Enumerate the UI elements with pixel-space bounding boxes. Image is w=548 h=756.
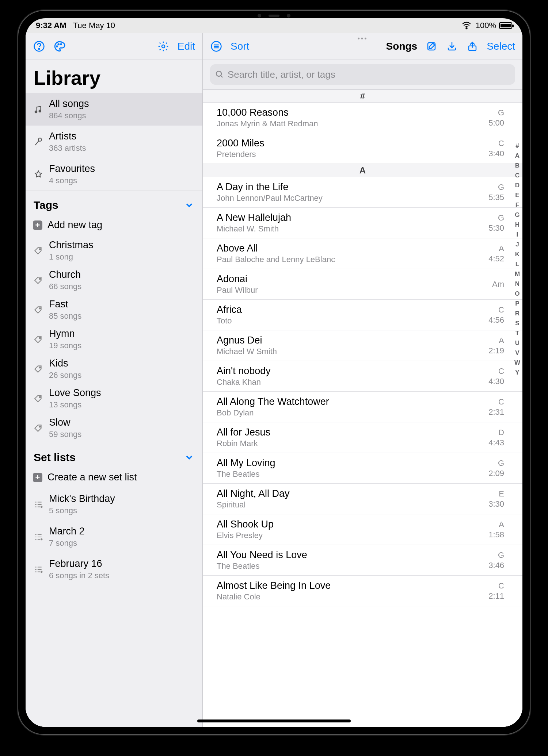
tag-icon xyxy=(33,393,44,404)
setlists-header-row[interactable]: Set lists xyxy=(26,443,202,467)
song-row[interactable]: All You Need is Love The Beatles G3:46 xyxy=(203,545,522,576)
song-artist: Jonas Myrin & Matt Redman xyxy=(217,119,484,128)
index-letter[interactable]: T xyxy=(515,330,519,337)
song-row[interactable]: Adonai Paul Wilbur Am xyxy=(203,269,522,300)
song-row[interactable]: All Shook Up Elvis Presley A1:58 xyxy=(203,514,522,545)
index-letter[interactable]: L xyxy=(515,261,519,268)
sidebar-item-all-songs[interactable]: All songs 864 songs xyxy=(26,93,202,126)
index-letter[interactable]: S xyxy=(515,320,519,327)
svg-point-7 xyxy=(35,111,37,112)
song-row[interactable]: A Day in the Life John Lennon/Paul McCar… xyxy=(203,177,522,208)
setlist-icon xyxy=(33,499,44,510)
download-icon[interactable] xyxy=(446,40,458,53)
index-letter[interactable]: U xyxy=(515,339,520,347)
tag-hymn[interactable]: Hymn 19 songs xyxy=(26,325,202,354)
edit-button[interactable]: Edit xyxy=(178,41,195,52)
setlist-mick-s-birthday[interactable]: Mick's Birthday 5 songs xyxy=(26,488,202,521)
setlist-march-2[interactable]: March 2 7 songs xyxy=(26,521,202,553)
index-letter[interactable]: J xyxy=(515,241,519,248)
tag-love-songs[interactable]: Love Songs 13 songs xyxy=(26,384,202,413)
tag-church[interactable]: Church 66 songs xyxy=(26,265,202,295)
index-letter[interactable]: # xyxy=(515,142,519,150)
song-row[interactable]: Agnus Dei Michael W Smith A2:19 xyxy=(203,330,522,361)
song-row[interactable]: 10,000 Reasons Jonas Myrin & Matt Redman… xyxy=(203,103,522,133)
index-letter[interactable]: C xyxy=(515,172,520,179)
chevron-down-icon xyxy=(184,452,194,463)
help-icon[interactable] xyxy=(33,40,45,53)
share-icon[interactable] xyxy=(466,40,479,53)
svg-point-4 xyxy=(58,43,59,45)
index-letter[interactable]: F xyxy=(515,202,519,209)
song-artist: Paul Wilbur xyxy=(217,285,488,295)
svg-point-5 xyxy=(61,43,62,45)
svg-point-0 xyxy=(466,28,467,29)
tag-fast[interactable]: Fast 85 songs xyxy=(26,295,202,325)
song-row[interactable]: Ain't nobody Chaka Khan C4:30 xyxy=(203,361,522,392)
song-meta: G3:46 xyxy=(488,550,504,570)
palette-icon[interactable] xyxy=(53,40,66,53)
tag-kids[interactable]: Kids 26 songs xyxy=(26,354,202,384)
index-letter[interactable]: P xyxy=(515,300,519,307)
sidebar: Edit Library All songs 864 songs Artists… xyxy=(26,33,203,727)
sidebar-item-artists[interactable]: Artists 363 artists xyxy=(26,126,202,158)
index-letter[interactable]: M xyxy=(515,270,520,278)
song-row[interactable]: A New Hallelujah Michael W. Smith G5:30 xyxy=(203,208,522,238)
index-letter[interactable]: A xyxy=(515,152,520,160)
song-artist: Chaka Khan xyxy=(217,377,484,387)
library-top-list: All songs 864 songs Artists 363 artists … xyxy=(26,93,202,191)
song-row[interactable]: 2000 Miles Pretenders C3:40 xyxy=(203,133,522,164)
song-row[interactable]: All My Loving The Beatles G2:09 xyxy=(203,453,522,484)
song-title: All My Loving xyxy=(217,457,484,469)
index-letter[interactable]: R xyxy=(515,310,520,317)
index-letter[interactable]: V xyxy=(515,349,519,357)
search-icon xyxy=(215,70,224,79)
index-letter[interactable]: B xyxy=(515,162,520,169)
index-letter[interactable]: O xyxy=(515,290,520,298)
index-letter[interactable]: Y xyxy=(515,369,519,376)
select-button[interactable]: Select xyxy=(487,41,515,52)
song-row[interactable]: Above All Paul Baloche and Lenny LeBlanc… xyxy=(203,238,522,269)
svg-point-11 xyxy=(39,278,41,279)
song-meta: C4:30 xyxy=(488,366,504,386)
detail-title: Songs xyxy=(386,41,418,52)
search-input[interactable] xyxy=(228,69,510,80)
sort-button[interactable]: Sort xyxy=(231,41,249,52)
song-title: All Shook Up xyxy=(217,519,484,530)
song-title: Adonai xyxy=(217,273,488,285)
song-list[interactable]: # 10,000 Reasons Jonas Myrin & Matt Redm… xyxy=(203,89,522,727)
create-setlist-row[interactable]: + Create a new set list xyxy=(26,467,202,488)
alpha-index[interactable]: #ABCDEFGHIJKLMNOPRSTUVWY xyxy=(514,142,520,376)
index-letter[interactable]: K xyxy=(515,251,520,258)
index-letter[interactable]: N xyxy=(515,280,520,288)
index-letter[interactable]: I xyxy=(517,231,518,238)
gear-icon[interactable] xyxy=(157,40,170,53)
star-icon xyxy=(33,169,44,180)
song-row[interactable]: All Night, All Day Spiritual E3:30 xyxy=(203,484,522,514)
search-field[interactable] xyxy=(210,64,515,85)
index-letter[interactable]: E xyxy=(515,192,519,199)
index-letter[interactable]: W xyxy=(514,359,520,367)
sidebar-item-favourites[interactable]: Favourites 4 songs xyxy=(26,158,202,191)
add-tag-row[interactable]: + Add new tag xyxy=(26,214,202,236)
index-letter[interactable]: D xyxy=(515,182,520,189)
song-row[interactable]: All Along The Watchtower Bob Dylan C2:31 xyxy=(203,392,522,422)
song-row[interactable]: Africa Toto C4:56 xyxy=(203,300,522,330)
song-meta: G5:35 xyxy=(488,182,504,202)
tag-slow[interactable]: Slow 59 songs xyxy=(26,413,202,443)
song-row[interactable]: All for Jesus Robin Mark D4:43 xyxy=(203,422,522,453)
tag-christmas[interactable]: Christmas 1 song xyxy=(26,236,202,265)
index-letter[interactable]: H xyxy=(515,221,520,229)
song-artist: John Lennon/Paul McCartney xyxy=(217,193,484,203)
setlist-february-16[interactable]: February 16 6 songs in 2 sets xyxy=(26,553,202,586)
tags-header-row[interactable]: Tags xyxy=(26,191,202,214)
list-menu-icon[interactable] xyxy=(210,40,222,53)
song-meta: Am xyxy=(492,279,504,289)
index-letter[interactable]: G xyxy=(515,211,520,219)
tag-icon xyxy=(33,245,44,256)
sidebar-toolbar: Edit xyxy=(26,33,202,60)
song-meta: D4:43 xyxy=(488,427,504,448)
drag-handle-icon[interactable]: ••• xyxy=(358,35,368,43)
svg-point-10 xyxy=(39,249,41,250)
song-row[interactable]: Almost Like Being In Love Natalie Cole C… xyxy=(203,576,522,606)
compose-icon[interactable] xyxy=(425,40,438,53)
